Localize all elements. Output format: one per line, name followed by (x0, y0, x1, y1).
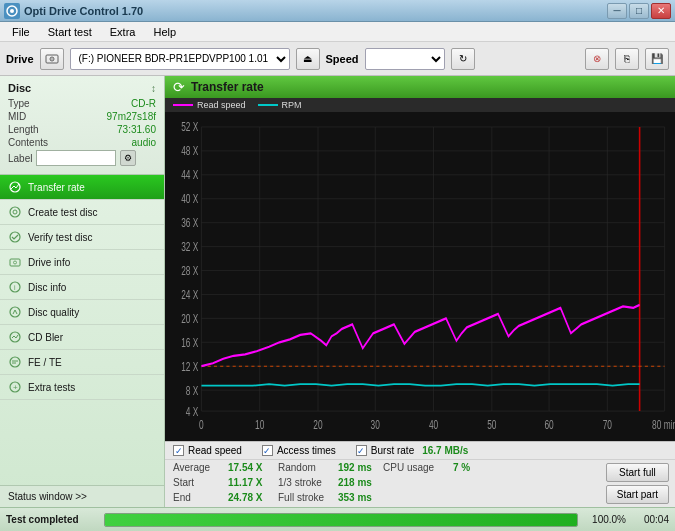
status-time: 00:04 (634, 514, 669, 525)
nav-disc-quality[interactable]: Disc quality (0, 300, 164, 325)
fe-te-icon (8, 355, 22, 369)
svg-text:i: i (14, 284, 16, 291)
status-window-button[interactable]: Status window >> (0, 485, 164, 507)
disc-label-settings[interactable]: ⚙ (120, 150, 136, 166)
status-bar: Test completed 100.0% 00:04 (0, 507, 675, 531)
check-access-times: ✓ Access times (262, 445, 336, 456)
nav-verify-test-disc[interactable]: Verify test disc (0, 225, 164, 250)
copy-button[interactable]: ⎘ (615, 48, 639, 70)
disc-contents-key: Contents (8, 137, 48, 148)
nav-fe-te[interactable]: FE / TE (0, 350, 164, 375)
verify-test-disc-icon (8, 230, 22, 244)
title-bar: Opti Drive Control 1.70 ─ □ ✕ (0, 0, 675, 22)
stat-end-label: End (173, 492, 228, 503)
stats-buttons-row: Average 17.54 X Random 192 ms CPU usage … (165, 460, 675, 507)
progress-fill (105, 514, 577, 526)
burst-rate-checkbox[interactable]: ✓ (356, 445, 367, 456)
disc-label-input[interactable] (36, 150, 116, 166)
nav-disc-info[interactable]: i Disc info (0, 275, 164, 300)
nav-fe-te-label: FE / TE (28, 357, 62, 368)
svg-text:48 X: 48 X (181, 145, 198, 158)
disc-contents-val: audio (132, 137, 156, 148)
svg-point-7 (13, 210, 17, 214)
drive-icon-button[interactable] (40, 48, 64, 70)
toolbar: Drive (F:) PIONEER BDR-PR1EPDVPP100 1.01… (0, 42, 675, 76)
svg-rect-18 (165, 112, 675, 441)
nav-create-test-disc-label: Create test disc (28, 207, 97, 218)
menu-file[interactable]: File (4, 24, 38, 40)
main-area: Disc ↕ Type CD-R MID 97m27s18f Length 73… (0, 76, 675, 507)
nav-drive-info-label: Drive info (28, 257, 70, 268)
disc-length-key: Length (8, 124, 39, 135)
menu-help[interactable]: Help (145, 24, 184, 40)
menu-extra[interactable]: Extra (102, 24, 144, 40)
disc-panel-toggle[interactable]: ↕ (151, 83, 156, 94)
disc-mid-val: 97m27s18f (107, 111, 156, 122)
nav-extra-tests[interactable]: + Extra tests (0, 375, 164, 400)
svg-text:30: 30 (371, 419, 380, 432)
start-part-button[interactable]: Start part (606, 485, 669, 504)
sidebar: Disc ↕ Type CD-R MID 97m27s18f Length 73… (0, 76, 165, 507)
status-text: Test completed (6, 514, 96, 525)
svg-text:44 X: 44 X (181, 169, 198, 182)
chart-svg: 52 X 48 X 44 X 40 X 36 X 32 X 28 X 24 X … (165, 112, 675, 441)
svg-point-6 (10, 207, 20, 217)
svg-point-4 (51, 58, 52, 59)
stat-full-stroke-val: 353 ms (338, 492, 383, 503)
read-speed-checkbox[interactable]: ✓ (173, 445, 184, 456)
stat-end-row: End 24.78 X Full stroke 353 ms (165, 490, 600, 505)
access-times-checkbox[interactable]: ✓ (262, 445, 273, 456)
chart-header: ⟳ Transfer rate (165, 76, 675, 98)
svg-text:0: 0 (199, 419, 204, 432)
svg-text:20 X: 20 X (181, 312, 198, 325)
close-button[interactable]: ✕ (651, 3, 671, 19)
disc-type-key: Type (8, 98, 30, 109)
svg-text:40: 40 (429, 419, 438, 432)
svg-text:36 X: 36 X (181, 217, 198, 230)
svg-text:50: 50 (487, 419, 496, 432)
create-test-disc-icon (8, 205, 22, 219)
progress-pct: 100.0% (586, 514, 626, 525)
nav-disc-quality-label: Disc quality (28, 307, 79, 318)
drive-select[interactable]: (F:) PIONEER BDR-PR1EPDVPP100 1.01 (70, 48, 290, 70)
erase-button[interactable]: ⊗ (585, 48, 609, 70)
speed-label: Speed (326, 53, 359, 65)
svg-text:20: 20 (313, 419, 322, 432)
svg-point-1 (10, 9, 14, 13)
minimize-button[interactable]: ─ (607, 3, 627, 19)
burst-rate-value: 16.7 MB/s (422, 445, 468, 456)
svg-point-10 (14, 261, 17, 264)
svg-text:12 X: 12 X (181, 360, 198, 373)
nav-cd-bler[interactable]: CD Bler (0, 325, 164, 350)
nav-drive-info[interactable]: Drive info (0, 250, 164, 275)
drive-label: Drive (6, 53, 34, 65)
stat-start-label: Start (173, 477, 228, 488)
disc-length-val: 73:31.60 (117, 124, 156, 135)
menu-start-test[interactable]: Start test (40, 24, 100, 40)
start-full-button[interactable]: Start full (606, 463, 669, 482)
cd-bler-icon (8, 330, 22, 344)
chart-icon: ⟳ (173, 79, 185, 95)
disc-panel: Disc ↕ Type CD-R MID 97m27s18f Length 73… (0, 76, 164, 175)
svg-text:80 min: 80 min (652, 419, 675, 432)
speed-select[interactable] (365, 48, 445, 70)
svg-text:16 X: 16 X (181, 336, 198, 349)
save-button[interactable]: 💾 (645, 48, 669, 70)
svg-text:32 X: 32 X (181, 241, 198, 254)
refresh-button[interactable]: ↻ (451, 48, 475, 70)
svg-text:52 X: 52 X (181, 121, 198, 134)
nav-transfer-rate[interactable]: Transfer rate (0, 175, 164, 200)
svg-text:10: 10 (255, 419, 264, 432)
svg-text:8 X: 8 X (186, 384, 199, 397)
nav-verify-test-disc-label: Verify test disc (28, 232, 92, 243)
nav-create-test-disc[interactable]: Create test disc (0, 200, 164, 225)
eject-button[interactable]: ⏏ (296, 48, 320, 70)
chart-legend: Read speed RPM (165, 98, 675, 112)
disc-label-key: Label (8, 153, 32, 164)
stat-end-val: 24.78 X (228, 492, 278, 503)
window-title: Opti Drive Control 1.70 (24, 5, 143, 17)
maximize-button[interactable]: □ (629, 3, 649, 19)
stat-random-val: 192 ms (338, 462, 383, 473)
stat-random-label: Random (278, 462, 338, 473)
chart-title: Transfer rate (191, 80, 264, 94)
